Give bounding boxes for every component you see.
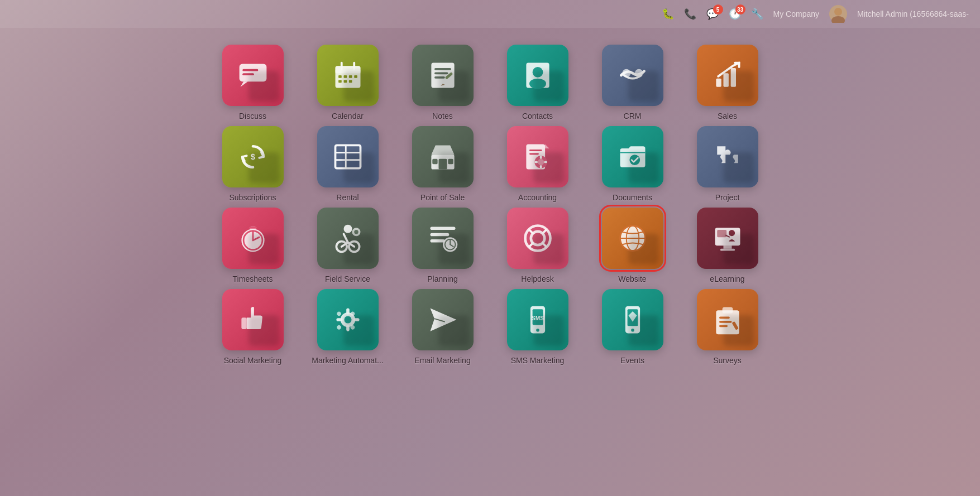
app-surveys[interactable]: Surveys	[689, 289, 767, 365]
socialmarketing-icon-box	[222, 289, 284, 350]
svg-text:SMS: SMS	[531, 315, 543, 321]
app-discuss[interactable]: Discuss	[214, 45, 292, 121]
svg-rect-18	[431, 63, 454, 88]
app-elearning[interactable]: eLearning	[689, 208, 767, 283]
app-subscriptions[interactable]: $ Subscriptions	[214, 126, 292, 202]
notes-label: Notes	[432, 112, 453, 121]
username: Mitchell Admin (16566864-saas-	[857, 9, 969, 18]
app-row-4: Social Marketing Marketing Aut	[214, 289, 767, 365]
app-accounting[interactable]: Accounting	[499, 126, 577, 202]
calendar-label: Calendar	[332, 112, 364, 121]
elearning-label: eLearning	[710, 275, 744, 283]
svg-rect-91	[353, 318, 359, 321]
accounting-icon-box	[507, 126, 568, 187]
website-label: Website	[618, 275, 646, 283]
svg-line-68	[450, 244, 453, 247]
app-row-3: Timesheets Field Service	[214, 208, 767, 283]
svg-point-82	[728, 230, 734, 236]
app-sales[interactable]: Sales	[689, 45, 767, 121]
app-documents[interactable]: Documents	[594, 126, 672, 202]
svg-rect-39	[432, 159, 437, 164]
svg-rect-30	[723, 73, 728, 86]
planning-label: Planning	[427, 275, 458, 283]
app-socialmarketing[interactable]: Social Marketing	[214, 289, 292, 365]
sales-label: Sales	[718, 112, 737, 121]
app-contacts[interactable]: Contacts	[499, 45, 577, 121]
svg-point-25	[532, 67, 543, 78]
app-planning[interactable]: Planning	[404, 208, 482, 283]
svg-point-26	[529, 79, 546, 89]
svg-rect-20	[434, 72, 448, 74]
svg-rect-40	[448, 159, 453, 164]
calendar-icon-box	[317, 45, 379, 106]
svg-point-101	[536, 329, 539, 332]
website-icon-box	[602, 208, 663, 269]
project-label: Project	[715, 193, 740, 202]
svg-point-65	[443, 237, 457, 252]
svg-rect-12	[343, 75, 347, 78]
pos-label: Point of Sale	[420, 193, 465, 202]
svg-rect-16	[343, 80, 347, 83]
notes-icon-box	[412, 45, 474, 106]
svg-rect-49	[544, 161, 547, 163]
svg-rect-11	[338, 75, 342, 78]
rental-label: Rental	[336, 193, 358, 202]
svg-rect-2	[239, 64, 266, 81]
phone-icon[interactable]: 📞	[684, 8, 696, 20]
app-row-1: Discuss	[214, 45, 767, 121]
svg-rect-15	[338, 80, 342, 83]
app-crm[interactable]: CRM	[594, 45, 672, 121]
app-fieldservice[interactable]: Field Service	[309, 208, 387, 283]
svg-rect-109	[719, 321, 732, 323]
svg-rect-95	[350, 324, 356, 330]
contacts-label: Contacts	[522, 112, 553, 121]
svg-rect-48	[534, 161, 538, 163]
svg-rect-3	[242, 69, 258, 71]
svg-point-61	[354, 230, 358, 234]
app-project[interactable]: Project	[689, 126, 767, 202]
svg-point-105	[631, 329, 634, 332]
app-smsmarketing[interactable]: SMS SMS Marketing	[499, 289, 577, 365]
app-emailmarketing[interactable]: Email Marketing	[404, 289, 482, 365]
fieldservice-label: Field Service	[325, 275, 370, 283]
marketingauto-label: Marketing Automat...	[312, 356, 383, 365]
svg-point-0	[834, 8, 842, 16]
svg-rect-8	[335, 70, 360, 74]
discuss-icon[interactable]: 💬 5	[706, 8, 719, 20]
svg-line-72	[542, 229, 546, 234]
activity-icon[interactable]: 🕐 33	[729, 8, 741, 20]
svg-point-66	[444, 239, 455, 250]
app-grid: Discuss	[0, 45, 980, 365]
svg-rect-14	[354, 75, 357, 78]
helpdesk-label: Helpdesk	[521, 275, 553, 283]
svg-rect-17	[348, 80, 352, 83]
crm-icon-box	[602, 45, 663, 106]
app-events[interactable]: Events	[594, 289, 672, 365]
svg-rect-43	[529, 153, 539, 155]
accounting-label: Accounting	[518, 193, 557, 202]
navbar: 🐛 📞 💬 5 🕐 33 🔧 My Company Mitchell Admin…	[0, 0, 980, 28]
smsmarketing-label: SMS Marketing	[511, 356, 565, 365]
app-helpdesk[interactable]: Helpdesk	[499, 208, 577, 283]
emailmarketing-label: Email Marketing	[414, 356, 470, 365]
app-rental[interactable]: Rental	[309, 126, 387, 202]
subscriptions-icon-box: $	[222, 126, 284, 187]
svg-point-59	[348, 242, 359, 252]
svg-rect-111	[732, 321, 738, 330]
app-calendar[interactable]: Calendar	[309, 45, 387, 121]
timesheets-icon-box	[222, 208, 284, 269]
user-avatar[interactable]	[829, 5, 847, 23]
svg-marker-96	[430, 308, 456, 331]
debug-icon[interactable]: 🐛	[662, 8, 674, 20]
app-timesheets[interactable]: Timesheets	[214, 208, 292, 283]
svg-marker-23	[441, 84, 445, 86]
app-website[interactable]: Website	[594, 208, 672, 283]
svg-rect-63	[430, 233, 449, 237]
app-pos[interactable]: Point of Sale	[404, 126, 482, 202]
settings-icon[interactable]: 🔧	[751, 8, 763, 20]
app-notes[interactable]: Notes	[404, 45, 482, 121]
svg-rect-81	[720, 249, 734, 251]
svg-rect-62	[430, 227, 455, 230]
svg-rect-94	[336, 324, 342, 330]
app-marketingauto[interactable]: Marketing Automat...	[309, 289, 387, 365]
